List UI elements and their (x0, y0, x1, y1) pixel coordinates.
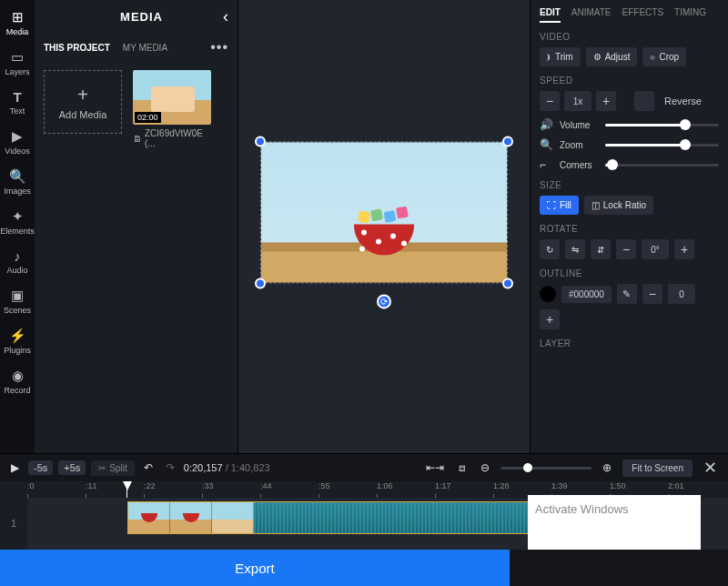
zoom-in-button[interactable]: ⊕ (599, 460, 615, 476)
tick: 1:28 (493, 481, 510, 490)
rail-videos[interactable]: ▶Videos (1, 123, 34, 161)
section-rotate: ROTATE (540, 224, 719, 234)
rotate-plus-button[interactable]: + (674, 239, 694, 259)
trim-button[interactable]: ⟭Trim (540, 47, 581, 66)
zoom-slider[interactable] (605, 144, 719, 146)
rail-label: Scenes (4, 306, 31, 315)
fill-icon: ⛶ (547, 200, 556, 210)
tick: :44 (260, 481, 272, 490)
text-icon: T (13, 89, 21, 105)
corners-slider[interactable] (605, 164, 719, 167)
add-media-label: Add Media (59, 109, 107, 120)
scenes-icon: ▣ (11, 288, 24, 304)
lock-ratio-button[interactable]: ◫Lock Ratio (584, 196, 653, 215)
fill-button[interactable]: ⛶Fill (540, 196, 579, 215)
tick: 1:39 (551, 481, 568, 490)
file-icon: 🗎 (133, 134, 142, 144)
media-filename: ZCI69dVtW0E (... (145, 128, 211, 148)
video-frame[interactable] (260, 141, 508, 283)
resize-handle-tr[interactable] (502, 136, 513, 146)
crop-button[interactable]: ⟐Crop (642, 47, 686, 66)
rail-plugins[interactable]: ⚡Plugins (1, 322, 34, 360)
speed-minus-button[interactable]: − (540, 91, 560, 111)
playhead[interactable] (123, 481, 132, 490)
tab-my-media[interactable]: MY MEDIA (123, 43, 167, 53)
rail-scenes[interactable]: ▣Scenes (1, 282, 34, 320)
fit-to-screen-button[interactable]: Fit to Screen (622, 460, 693, 477)
seek-forward-button[interactable]: +5s (58, 460, 86, 475)
section-speed: SPEED (540, 76, 719, 86)
add-media-button[interactable]: + Add Media (44, 70, 122, 134)
media-panel: MEDIA ‹ THIS PROJECT MY MEDIA ••• + Add … (35, 0, 238, 453)
eyedropper-button[interactable]: ✎ (617, 284, 637, 304)
crop-icon: ⟐ (650, 52, 655, 62)
flip-h-button[interactable]: ⇋ (565, 239, 585, 259)
section-layer: LAYER (540, 338, 719, 349)
tick: :55 (318, 481, 330, 490)
rail-text[interactable]: TText (1, 84, 34, 121)
split-button[interactable]: ✂Split (91, 460, 134, 476)
zoom-out-button[interactable]: ⊖ (477, 460, 493, 476)
flip-v-button[interactable]: ⇵ (591, 239, 611, 259)
tab-effects[interactable]: EFFECTS (622, 7, 664, 23)
collapse-panel-icon[interactable]: ‹ (223, 7, 228, 26)
rotate-minus-button[interactable]: − (616, 239, 636, 259)
timeline-zoom-slider[interactable] (500, 467, 592, 470)
redo-button[interactable]: ↷ (162, 460, 178, 476)
audio-icon: ♪ (14, 248, 21, 264)
lock-icon: ◫ (592, 200, 600, 210)
tick: 1:50 (610, 481, 626, 490)
close-timeline-button[interactable]: ✕ (700, 458, 721, 478)
export-bar: Export (0, 550, 728, 586)
activate-windows-overlay: Activate Windows (528, 495, 701, 550)
speed-value: 1x (564, 91, 592, 111)
rail-layers[interactable]: ▭Layers (1, 44, 34, 82)
export-button[interactable]: Export (0, 550, 510, 586)
rail-label: Text (10, 106, 25, 116)
seek-back-button[interactable]: -5s (28, 460, 53, 475)
outline-width: 0 (668, 284, 695, 304)
rotate-cw-button[interactable]: ↻ (540, 239, 560, 259)
tick: :11 (86, 481, 97, 490)
speed-plus-button[interactable]: + (596, 91, 616, 111)
selected-element[interactable]: ⟳ (260, 141, 508, 283)
rail-label: Layers (5, 67, 29, 76)
tab-edit[interactable]: EDIT (540, 7, 561, 23)
outline-minus-button[interactable]: − (642, 284, 662, 304)
tab-animate[interactable]: ANIMATE (571, 7, 612, 23)
canvas[interactable]: ⟳ (238, 0, 530, 453)
rail-images[interactable]: 🔍Images (1, 163, 34, 201)
resize-handle-bl[interactable] (255, 278, 266, 288)
outline-plus-button[interactable]: + (540, 309, 560, 329)
section-outline: OUTLINE (540, 268, 719, 278)
more-menu-icon[interactable]: ••• (210, 39, 228, 56)
activate-windows-text: Activate Windows (535, 502, 693, 516)
outline-color-chip[interactable] (540, 286, 556, 302)
volume-slider[interactable] (605, 124, 719, 126)
rail-label: Audio (6, 266, 27, 275)
resize-handle-br[interactable] (502, 278, 513, 288)
resize-handle-tl[interactable] (255, 136, 266, 146)
timeline-clip[interactable] (127, 501, 571, 534)
rail-elements[interactable]: ✦Elements (1, 203, 34, 241)
undo-button[interactable]: ↶ (140, 460, 157, 476)
media-title: MEDIA (60, 10, 223, 24)
rail-media[interactable]: ⊞Media (1, 4, 34, 42)
rail-label: Plugins (4, 346, 31, 355)
outline-color-hex[interactable]: #000000 (561, 286, 612, 303)
tab-this-project[interactable]: THIS PROJECT (44, 43, 110, 53)
rail-label: Images (4, 187, 31, 196)
media-item[interactable]: 02:00 🗎ZCI69dVtW0E (... (133, 70, 211, 148)
rail-audio[interactable]: ♪Audio (1, 243, 34, 280)
play-button[interactable]: ▶ (7, 460, 23, 476)
reverse-checkbox[interactable] (634, 91, 654, 111)
snap-icon[interactable]: ⇤⇥ (422, 460, 448, 476)
tab-timing[interactable]: TIMING (674, 7, 706, 23)
media-duration: 02:00 (135, 112, 161, 123)
magnet-icon[interactable]: ⧈ (455, 460, 470, 476)
adjust-button[interactable]: ⚙Adjust (586, 47, 638, 66)
rail-label: Videos (5, 146, 29, 156)
rail-record[interactable]: ◉Record (1, 362, 34, 400)
properties-panel: EDIT ANIMATE EFFECTS TIMING VIDEO ⟭Trim … (530, 0, 728, 453)
rotate-handle[interactable]: ⟳ (377, 294, 391, 308)
